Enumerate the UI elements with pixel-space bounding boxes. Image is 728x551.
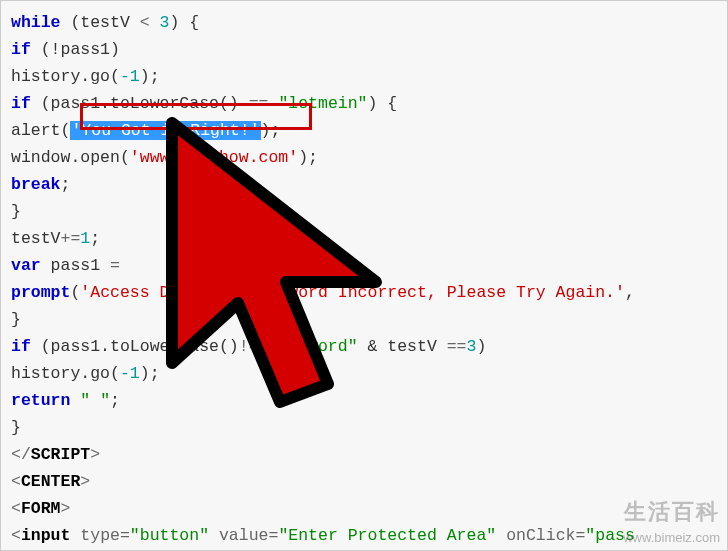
code-line-17: </SCRIPT> [11,445,100,464]
selected-text: 'You Got it Right!' [70,121,260,140]
code-line-3: history.go(-1); [11,67,160,86]
code-line-15: return " "; [11,391,120,410]
code-line-2: if (!pass1) [11,40,120,59]
code-line-10: var pass1 = [11,256,120,275]
code-line-1: while (testV < 3) { [11,13,199,32]
code-line-13: if (pass1.toLowerCase()!="password" & te… [11,337,486,356]
code-line-4: if (pass1.toLowerCase() == "letmein") { [11,94,397,113]
watermark-url: www.bimeiz.com [623,530,720,545]
code-line-11: prompt('Access Denied - Password Incorre… [11,283,635,302]
code-line-19: <FORM> [11,499,70,518]
code-line-8: } [11,202,21,221]
code-line-16: } [11,418,21,437]
watermark-logo: 生活百科 [624,497,720,527]
code-line-5: alert('You Got it Right!'); [11,121,280,140]
code-line-6: window.open('www.wikihow.com'); [11,148,318,167]
code-line-18: <CENTER> [11,472,90,491]
code-line-14: history.go(-1); [11,364,160,383]
code-block: while (testV < 3) { if (!pass1) history.… [0,0,728,551]
code-line-7: break; [11,175,70,194]
code-line-9: testV+=1; [11,229,100,248]
code-line-12: } [11,310,21,329]
code-line-20: <input type="button" value="Enter Protec… [11,526,635,545]
